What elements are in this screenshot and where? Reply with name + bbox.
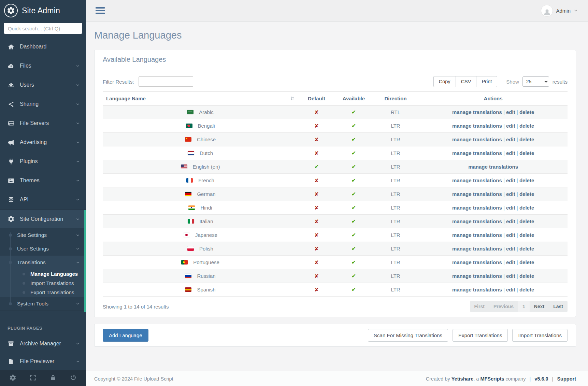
sidebar-item-file-previewer[interactable]: File Previewer xyxy=(0,353,86,370)
cross-icon: ✘ xyxy=(314,232,319,238)
sidebar-item-archive-manager[interactable]: Archive Manager xyxy=(0,335,86,353)
manage-translations-link[interactable]: manage translations xyxy=(452,150,502,156)
import-translations-button[interactable]: Import Translations xyxy=(512,329,568,342)
manage-translations-link[interactable]: manage translations xyxy=(468,164,518,170)
delete-link[interactable]: delete xyxy=(519,246,534,252)
scan-for-missing-translations-button[interactable]: Scan For Missing Translations xyxy=(368,329,448,342)
cross-icon: ✘ xyxy=(314,137,319,143)
sidebar-item-site-configuration[interactable]: Site Configuration xyxy=(0,209,86,228)
sort-icon[interactable] xyxy=(289,96,295,101)
export-button-group: CopyCSVPrint xyxy=(433,76,498,87)
manage-translations-link[interactable]: manage translations xyxy=(452,177,502,183)
manage-translations-link[interactable]: manage translations xyxy=(452,109,502,115)
export-translations-button[interactable]: Export Translations xyxy=(453,329,508,342)
sidebar-item-export-translations[interactable]: Export Translations xyxy=(0,288,86,297)
pagination-next[interactable]: Next xyxy=(530,301,549,312)
user-menu[interactable]: Admin xyxy=(541,5,578,17)
de-flag-icon xyxy=(185,192,191,196)
support-link[interactable]: Support xyxy=(557,376,576,382)
sidebar-item-import-translations[interactable]: Import Translations xyxy=(0,278,86,288)
sidebar-item-advertising[interactable]: Advertising xyxy=(0,133,86,152)
delete-link[interactable]: delete xyxy=(519,273,534,279)
edit-link[interactable]: edit xyxy=(506,273,515,279)
showing-results-text: Showing 1 to 14 of 14 results xyxy=(103,304,169,310)
direction-value: LTR xyxy=(372,201,419,215)
delete-link[interactable]: delete xyxy=(519,218,534,224)
delete-link[interactable]: delete xyxy=(519,191,534,197)
sidebar-item-translations[interactable]: Translations xyxy=(0,256,86,269)
pagination-first[interactable]: First xyxy=(470,301,489,312)
edit-link[interactable]: edit xyxy=(506,109,515,115)
sidebar-item-file-servers[interactable]: File Servers xyxy=(0,114,86,133)
manage-translations-link[interactable]: manage translations xyxy=(452,218,502,224)
delete-link[interactable]: delete xyxy=(519,137,534,142)
manage-translations-link[interactable]: manage translations xyxy=(452,273,502,279)
edit-link[interactable]: edit xyxy=(506,259,515,265)
edit-link[interactable]: edit xyxy=(506,246,515,252)
manage-translations-link[interactable]: manage translations xyxy=(452,287,502,292)
sidebar-item-files[interactable]: Files xyxy=(0,56,86,75)
lock-icon-button[interactable] xyxy=(49,374,57,383)
chevron-down-icon xyxy=(76,260,80,265)
manage-translations-link[interactable]: manage translations xyxy=(452,205,502,211)
edit-link[interactable]: edit xyxy=(506,191,515,197)
edit-link[interactable]: edit xyxy=(506,218,515,224)
column-header-actions[interactable]: Actions xyxy=(419,92,568,105)
sidebar-item-manage-languages[interactable]: Manage Languages xyxy=(0,269,86,278)
power-icon-button[interactable] xyxy=(70,374,77,383)
sidebar-item-api[interactable]: API xyxy=(0,190,86,209)
manage-translations-link[interactable]: manage translations xyxy=(452,259,502,265)
delete-link[interactable]: delete xyxy=(519,150,534,156)
manage-translations-link[interactable]: manage translations xyxy=(452,191,502,197)
edit-link[interactable]: edit xyxy=(506,205,515,211)
check-icon: ✔ xyxy=(352,191,356,197)
csv-button[interactable]: CSV xyxy=(456,76,477,87)
edit-link[interactable]: edit xyxy=(506,123,515,129)
delete-link[interactable]: delete xyxy=(519,232,534,238)
edit-link[interactable]: edit xyxy=(506,150,515,156)
edit-link[interactable]: edit xyxy=(506,287,515,292)
add-language-button[interactable]: Add Language xyxy=(103,329,148,342)
column-header-available[interactable]: Available xyxy=(335,92,372,105)
check-icon: ✔ xyxy=(352,109,356,115)
manage-translations-link[interactable]: manage translations xyxy=(452,232,502,238)
pagination-last[interactable]: Last xyxy=(549,301,568,312)
panel-title: Available Languages xyxy=(103,56,568,63)
filter-results-input[interactable] xyxy=(139,76,193,87)
edit-link[interactable]: edit xyxy=(506,177,515,183)
sidebar-item-user-settings[interactable]: User Settings xyxy=(0,242,86,256)
delete-link[interactable]: delete xyxy=(519,205,534,211)
delete-link[interactable]: delete xyxy=(519,259,534,265)
quick-search-input[interactable] xyxy=(4,23,82,34)
sidebar-item-sharing[interactable]: Sharing xyxy=(0,95,86,114)
edit-link[interactable]: edit xyxy=(506,137,515,142)
manage-translations-link[interactable]: manage translations xyxy=(452,137,502,142)
sidebar-submenu-site-configuration: Site SettingsUser SettingsTranslationsMa… xyxy=(0,228,86,311)
pagination-page-1[interactable]: 1 xyxy=(518,301,530,312)
menu-toggle-button[interactable] xyxy=(96,7,105,14)
pagination-previous[interactable]: Previous xyxy=(489,301,518,312)
copy-button[interactable]: Copy xyxy=(433,76,456,87)
sidebar-item-dashboard[interactable]: Dashboard xyxy=(0,37,86,56)
gear-icon-button[interactable] xyxy=(9,374,16,383)
manage-translations-link[interactable]: manage translations xyxy=(452,246,502,252)
column-header-default[interactable]: Default xyxy=(298,92,335,105)
sidebar-item-plugins[interactable]: Plugins xyxy=(0,152,86,171)
app-logo[interactable]: Site Admin xyxy=(0,0,86,21)
delete-link[interactable]: delete xyxy=(519,287,534,292)
sidebar-item-system-tools[interactable]: System Tools xyxy=(0,297,86,311)
delete-link[interactable]: delete xyxy=(519,177,534,183)
delete-link[interactable]: delete xyxy=(519,123,534,129)
edit-link[interactable]: edit xyxy=(506,232,515,238)
manage-translations-link[interactable]: manage translations xyxy=(452,123,502,129)
show-results-select[interactable]: 25 xyxy=(522,76,549,87)
sidebar-item-users[interactable]: Users xyxy=(0,75,86,95)
sidebar-item-themes[interactable]: Themes xyxy=(0,171,86,190)
expand-icon-button[interactable] xyxy=(29,374,37,383)
delete-link[interactable]: delete xyxy=(519,109,534,115)
column-header-direction[interactable]: Direction xyxy=(372,92,419,105)
expand-icon xyxy=(29,374,37,381)
print-button[interactable]: Print xyxy=(476,76,497,87)
sidebar-item-site-settings[interactable]: Site Settings xyxy=(0,228,86,242)
column-header-language-name[interactable]: Language Name xyxy=(103,92,298,105)
